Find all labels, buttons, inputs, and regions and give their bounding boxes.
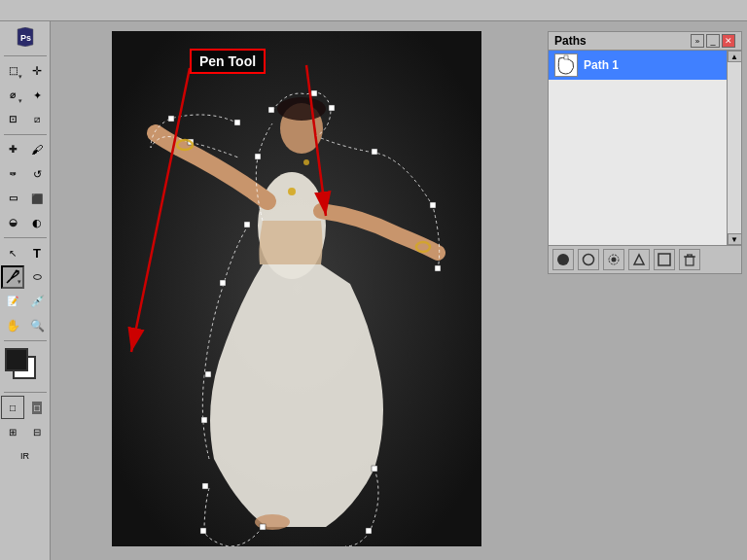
brush-tool[interactable]: 🖌 [25, 138, 49, 161]
shape-tool[interactable]: ⬭ [25, 265, 49, 289]
paths-scrollbar[interactable]: ▲ ▼ [727, 51, 741, 245]
tool-row-7: ◒ ◐ [1, 211, 49, 234]
tool-row-4: ✚ 🖌 [1, 138, 49, 161]
svg-rect-11 [311, 90, 317, 96]
toolbar-divider-5 [4, 392, 47, 393]
history-tool[interactable]: ↺ [25, 162, 49, 186]
svg-text:Ps: Ps [20, 33, 31, 43]
toolbar: Ps ⬚▾ ✛ ⌀▾ ✦ ⊡ ⧄ [0, 21, 51, 560]
right-panel: Paths » _ ✕ [543, 21, 747, 560]
scroll-down-btn[interactable]: ▼ [728, 233, 742, 245]
new-path-icon [658, 253, 671, 266]
svg-point-38 [612, 258, 617, 262]
burn-tool[interactable]: ◐ [25, 211, 49, 234]
toolbar-divider-4 [4, 340, 47, 341]
move-tool[interactable]: ✛ [25, 59, 49, 83]
svg-rect-14 [430, 202, 436, 208]
svg-rect-10 [268, 107, 274, 113]
tool-row-5: ⎃ ↺ [1, 162, 49, 186]
load-as-selection-btn[interactable] [603, 249, 624, 270]
stamp-tool[interactable]: ⎃ [1, 162, 24, 186]
quick-mask-on[interactable]: □ [25, 396, 49, 419]
hand-tool[interactable]: ✋ [1, 314, 24, 337]
paths-panel: Paths » _ ✕ [548, 31, 742, 274]
svg-rect-22 [205, 371, 211, 377]
svg-rect-40 [686, 257, 694, 265]
paths-panel-title: Paths [554, 34, 587, 48]
notes-tool[interactable]: 📝 [1, 290, 24, 313]
app-logo: Ps [14, 25, 37, 49]
scroll-track [728, 62, 741, 233]
paths-panel-bottom [549, 245, 741, 273]
make-path-btn[interactable] [628, 249, 650, 270]
svg-point-1 [16, 270, 18, 273]
svg-point-27 [303, 159, 309, 165]
svg-rect-25 [255, 154, 261, 159]
paths-expand-btn[interactable]: » [691, 34, 704, 48]
new-path-btn[interactable] [654, 249, 675, 270]
path-thumbnail [554, 53, 578, 77]
toolbar-divider [4, 55, 47, 56]
tool-row-3: ⊡ ⧄ [1, 108, 49, 131]
svg-rect-39 [658, 254, 670, 265]
slice-tool[interactable]: ⧄ [25, 108, 49, 131]
svg-rect-20 [202, 483, 208, 489]
fill-path-icon [556, 253, 570, 266]
color-picker[interactable] [5, 348, 46, 385]
tool-row-2: ⌀▾ ✦ [1, 84, 49, 107]
heal-tool[interactable]: ✚ [1, 138, 24, 161]
canvas-area: Pen Tool [51, 21, 543, 560]
panel-controls: » _ ✕ [691, 34, 735, 48]
screen-mode-2[interactable]: ⊟ [25, 420, 49, 443]
svg-rect-15 [435, 265, 441, 271]
paths-minimize-btn[interactable]: _ [706, 34, 720, 48]
jump-to-imageready[interactable]: IR [14, 444, 37, 468]
paths-close-btn[interactable]: ✕ [722, 34, 735, 48]
make-path-icon [632, 253, 646, 266]
quick-mask-off[interactable]: □ [1, 396, 24, 419]
eraser-tool[interactable]: ▭ [1, 187, 24, 210]
screen-mode[interactable]: ⊞ [1, 420, 24, 443]
pen-tool-label: Pen Tool [190, 49, 266, 74]
delete-path-btn[interactable] [679, 249, 700, 270]
stroke-path-btn[interactable] [578, 249, 599, 270]
tool-row-9: 📝 💉 [1, 290, 49, 313]
canvas-image: Pen Tool [112, 31, 481, 546]
path-item-1[interactable]: Path 1 [549, 51, 727, 80]
type-tool[interactable]: T [25, 241, 49, 264]
svg-point-5 [277, 97, 326, 121]
paths-panel-header: Paths » _ ✕ [549, 32, 741, 51]
svg-point-36 [584, 255, 594, 265]
toolbar-divider-2 [4, 134, 47, 135]
marquee-tool[interactable]: ⬚▾ [1, 59, 24, 83]
scroll-up-btn[interactable]: ▲ [728, 51, 742, 62]
crop-tool[interactable]: ⊡ [1, 108, 24, 131]
stroke-path-icon [582, 253, 595, 266]
svg-rect-34 [564, 55, 568, 59]
zoom-tool[interactable]: 🔍 [25, 314, 49, 337]
paths-list: Path 1 [549, 51, 727, 245]
main-layout: Ps ⬚▾ ✛ ⌀▾ ✦ ⊡ ⧄ [0, 21, 747, 560]
foreground-color[interactable] [5, 348, 28, 371]
dodge-tool[interactable]: ◒ [1, 211, 24, 234]
dancer-image [112, 31, 481, 546]
tool-row-mask: □ □ [1, 396, 49, 419]
fill-path-btn[interactable] [552, 249, 574, 270]
tool-row-6: ▭ ⬛ [1, 187, 49, 210]
svg-rect-13 [372, 149, 377, 155]
gradient-tool[interactable]: ⬛ [25, 187, 49, 210]
delete-icon [683, 253, 696, 266]
svg-rect-23 [220, 280, 226, 286]
pen-tool[interactable]: ▾ [1, 265, 24, 289]
tool-row-jump: IR [14, 444, 37, 468]
path-thumbnail-image [555, 54, 577, 76]
svg-rect-16 [372, 466, 377, 472]
tool-row-1: ⬚▾ ✛ [1, 59, 49, 83]
wand-tool[interactable]: ✦ [25, 84, 49, 107]
tool-row-view: ⊞ ⊟ [1, 420, 49, 443]
eyedropper-tool[interactable]: 💉 [25, 290, 49, 313]
path-1-name: Path 1 [584, 58, 619, 72]
lasso-tool[interactable]: ⌀▾ [1, 84, 24, 107]
svg-point-35 [557, 254, 569, 265]
path-select-tool[interactable]: ↖ [1, 241, 24, 264]
